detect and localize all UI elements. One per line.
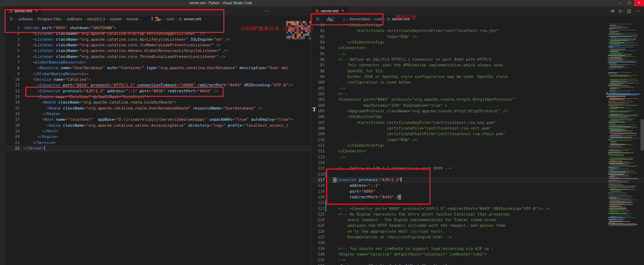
code-line[interactable]: 7 <GlobalNamingResources> [6, 60, 311, 65]
code-line[interactable]: 114 [312, 160, 644, 166]
code-line[interactable]: 111 </SSLHostConfig> [312, 143, 644, 148]
code-line[interactable]: 91 <Certificate certificateKeystoreFile=… [312, 28, 644, 34]
code-line[interactable]: 117 <Connector protocol="AJP/1.3" [312, 177, 644, 183]
code-line[interactable]: 16 </Realm> [6, 111, 311, 117]
code-line[interactable]: 5 <Listener className="org.apache.catali… [6, 48, 311, 54]
code-line[interactable]: 99 Either JSSE or OpenSSL style configur… [312, 74, 644, 80]
code-line[interactable]: 118 address="::1" [312, 183, 644, 188]
code-line[interactable]: 109 certificateChainFile="conf/localhost… [312, 131, 644, 137]
code-line[interactable]: 100 configuration is used below. [312, 80, 644, 85]
code-line[interactable]: 90 <SSLHostConfig> [312, 22, 644, 28]
breadcrumb-segment[interactable]: server.xml [184, 17, 201, 21]
breadcrumb-segment[interactable]: system [110, 17, 122, 21]
maximize-button[interactable]: ☐ [624, 0, 634, 6]
code-line[interactable]: 131 --> [312, 257, 644, 263]
code-line[interactable]: 93 </SSLHostConfig> [312, 40, 644, 45]
tab-server-xml-left[interactable]: server.xml ✕ [6, 6, 41, 15]
code-line[interactable]: 103 <Connector port="8443" protocol="org… [312, 97, 644, 102]
code-line[interactable]: 4 <Listener className="org.apache.catali… [6, 42, 311, 48]
code-line[interactable]: 11 <Connector port="8034" protocol="HTTP… [6, 82, 311, 88]
code-line[interactable]: 102 <!-- [312, 91, 644, 97]
code-line[interactable]: 14 <Realm className="org.apache.catalina… [6, 100, 311, 105]
code-line[interactable]: 95 --> [312, 51, 644, 57]
more-actions-icon[interactable]: ⋯ [265, 6, 269, 15]
breadcrumb-segment[interactable]: j [344, 17, 344, 21]
scrollbar-thumb[interactable] [640, 119, 644, 150]
code-line[interactable]: 97 This connector uses the APR/native im… [312, 62, 644, 68]
code-line[interactable]: 17 <Host name="localhost" appBase="D:\ir… [6, 117, 311, 122]
breadcrumb-segment[interactable]: JetBrains [66, 17, 82, 21]
more-actions-icon[interactable]: ⋯ [636, 6, 640, 15]
code-line[interactable]: 122 <!-- <Connector port="8009" protocol… [312, 206, 644, 212]
close-tab-icon[interactable]: ✕ [35, 9, 38, 13]
breadcrumb-segment[interactable]: conf [167, 17, 174, 21]
code-line[interactable]: 125 analyzes the HTTP headers included w… [312, 223, 644, 228]
code-editor-right[interactable]: 90 <SSLHostConfig>91 <Certificate certif… [312, 22, 644, 265]
code-line[interactable]: 105 <UpgradeProtocol className="org.apac… [312, 108, 644, 114]
close-tab-icon[interactable]: ✕ [341, 9, 344, 13]
code-line[interactable]: 127 Documentation at /docs/config/engine… [312, 234, 644, 240]
code-line[interactable]: 1<Server port="8005" shutdown="SHUTDOWN"… [6, 25, 311, 31]
code-line[interactable]: 20 </Engine> [6, 134, 311, 140]
code-line[interactable]: 112 </Connector> [312, 148, 644, 154]
code-line[interactable]: 6 <Listener className="org.apache.catali… [6, 54, 311, 60]
code-line[interactable]: 104 maxThreads="150" SSLEnabled="true" > [312, 103, 644, 108]
code-line[interactable]: 22</Server> [6, 146, 311, 151]
code-line[interactable]: 21 </Service> [6, 140, 311, 146]
code-line[interactable]: 120 redirectPort="8443" /> [312, 194, 644, 200]
code-line[interactable]: 115 <!-- Define an AJP 1.3 Connector on … [312, 166, 644, 171]
activity-bar[interactable] [0, 6, 6, 265]
code-line[interactable]: 128 [312, 240, 644, 246]
code-line[interactable]: 10 <Service name="Catalina"> [6, 77, 311, 82]
line-number: 103 [312, 97, 325, 102]
code-line[interactable]: 101 --> [312, 86, 644, 91]
code-line[interactable]: 123 <!-- An Engine represents the entry … [312, 212, 644, 217]
code-line[interactable]: 106 <SSLHostConfig> [312, 114, 644, 120]
redaction-mosaic-minimap [286, 21, 311, 39]
breadcrumb-segment[interactable]: D: [10, 17, 14, 21]
tab-server-xml-right[interactable]: server.xml ✕ [312, 6, 348, 15]
code-line[interactable]: 130 <Engine name="Catalina" defaultHost=… [312, 252, 644, 257]
code-line[interactable]: 12 <Connector protocol="AJP/1.3" address… [6, 88, 311, 94]
code-line[interactable]: 116 [312, 172, 644, 177]
code-line[interactable]: 129 <!-- You should set jvmRoute to supp… [312, 246, 644, 252]
code-editor-left[interactable]: 1<Server port="8005" shutdown="SHUTDOWN"… [6, 22, 311, 265]
line-number: 107 [312, 120, 325, 126]
code-line[interactable]: 18 <Valve className="org.apache.catalina… [6, 123, 311, 128]
line-number: 20 [6, 134, 20, 140]
code-line[interactable]: 108 certificateFile="conf/localhost-rsa-… [312, 126, 644, 131]
breadcrumb-segment[interactable]: software [18, 17, 33, 21]
code-line[interactable]: 19 </Host> [6, 128, 311, 134]
code-line[interactable]: 132 <Engine name="Catalina" defaultHost=… [312, 263, 644, 265]
split-editor-icon[interactable]: ◫ [627, 6, 631, 15]
code-line[interactable]: 92 type="RSA" /> [312, 34, 644, 40]
code-line[interactable]: 94 </Connector> [312, 45, 644, 51]
code-line[interactable]: 3 <Listener className="org.apache.catali… [6, 37, 311, 42]
close-button[interactable]: ✕ [634, 0, 644, 6]
breadcrumb-segment[interactable]: tomcat [127, 17, 138, 21]
code-line[interactable]: 8 <Resource name="UserDatabase" auth="Co… [6, 65, 311, 71]
breadcrumb-segment[interactable]: D: [316, 17, 320, 21]
code-line[interactable]: 113 --> [312, 154, 644, 160]
breadcrumb-segment[interactable]: idea18.3.3 [87, 17, 105, 21]
code-line[interactable]: 121 [312, 200, 644, 206]
code-line[interactable]: 2 <Listener className="org.apache.catali… [6, 31, 311, 37]
minimize-button[interactable]: ─ [615, 0, 624, 6]
code-line[interactable]: 96 <!-- Define an SSL/TLS HTTP/1.1 Conne… [312, 57, 644, 62]
open-changes-icon[interactable]: ⇄ [611, 6, 615, 15]
minimap[interactable] [606, 24, 640, 265]
breadcrumb-segment[interactable]: ServersIdea [349, 17, 370, 21]
code-line[interactable]: 124 every request. The Engine implementa… [312, 217, 644, 223]
breadcrumb-segment[interactable]: server.xml [392, 17, 409, 21]
run-icon[interactable]: ▷ [619, 6, 622, 15]
code-line[interactable]: 13 <Engine name="Catalina" defaultHost="… [6, 94, 311, 100]
code-line[interactable]: 119 port="8009" [312, 189, 644, 194]
breadcrumb-segment[interactable]: Program Files [38, 17, 61, 21]
code-line[interactable]: 126 on to the appropriate Host (virtual … [312, 229, 644, 234]
code-line[interactable]: 107 <Certificate certificateKeyFile="con… [312, 120, 644, 126]
code-line[interactable]: 9 </GlobalNamingResources> [6, 71, 311, 77]
code-line[interactable]: 15 <Realm className="org.apache.catalina… [6, 106, 311, 111]
breadcrumb-segment[interactable]: conf [375, 17, 382, 21]
code-line[interactable]: 98 OpenSSL for TLS. [312, 68, 644, 74]
code-line[interactable]: 110 type="RSA" /> [312, 137, 644, 143]
